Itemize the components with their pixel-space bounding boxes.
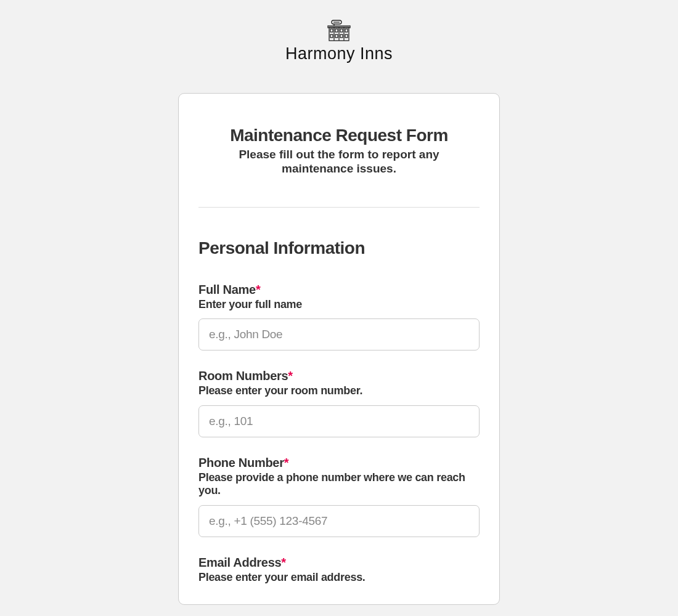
svg-rect-5 [330,29,333,32]
input-phone-number[interactable] [198,505,480,537]
divider [198,207,480,208]
form-card: Maintenance Request Form Please fill out… [178,93,500,605]
page-header: Harmony Inns [0,18,678,63]
label-full-name: Full Name [198,283,256,296]
label-phone-number: Phone Number [198,456,284,469]
field-email-address: Email Address* Please enter your email a… [198,556,480,585]
brand-logo-icon [325,18,353,42]
brand-name: Harmony Inns [285,44,393,63]
svg-rect-11 [340,34,343,38]
sublabel-room-numbers: Please enter your room number. [198,384,480,398]
svg-rect-10 [335,34,338,38]
field-full-name: Full Name* Enter your full name [198,283,480,351]
svg-rect-12 [345,34,348,38]
label-room-numbers: Room Numbers [198,369,288,383]
sublabel-full-name: Enter your full name [198,298,480,312]
form-title: Maintenance Request Form [198,126,480,145]
svg-rect-7 [340,29,343,32]
section-title-personal: Personal Information [198,238,480,258]
svg-rect-9 [330,34,333,38]
sublabel-phone-number: Please provide a phone number where we c… [198,471,480,498]
required-asterisk: * [284,456,289,469]
required-asterisk: * [281,556,286,569]
field-phone-number: Phone Number* Please provide a phone num… [198,456,480,537]
required-asterisk: * [288,369,293,383]
svg-rect-6 [335,29,338,32]
sublabel-email-address: Please enter your email address. [198,571,480,585]
input-full-name[interactable] [198,318,480,351]
field-room-numbers: Room Numbers* Please enter your room num… [198,369,480,437]
svg-rect-8 [345,29,348,32]
required-asterisk: * [256,283,261,296]
label-email-address: Email Address [198,556,281,569]
input-room-numbers[interactable] [198,405,480,437]
form-subtitle: Please fill out the form to report any m… [203,148,475,176]
